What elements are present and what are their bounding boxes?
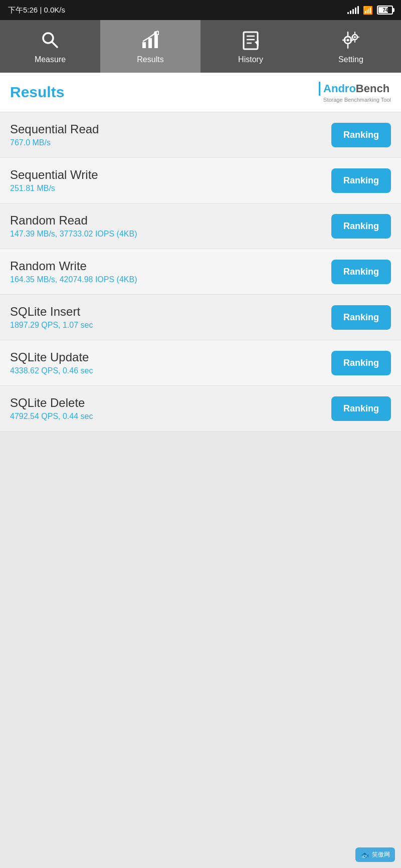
benchmark-value-sequential-write: 251.81 MB/s: [10, 184, 331, 193]
ranking-button-sqlite-delete[interactable]: Ranking: [331, 396, 391, 421]
benchmark-row: Sequential Write 251.81 MB/s Ranking: [0, 158, 401, 203]
wifi-icon: 📶: [363, 6, 373, 15]
benchmark-row: Random Write 164.35 MB/s, 42074.98 IOPS …: [0, 249, 401, 295]
status-icons: 📶 74: [347, 6, 393, 15]
benchmark-value-sequential-read: 767.0 MB/s: [10, 138, 331, 147]
tab-setting-label: Setting: [338, 55, 363, 64]
ranking-button-sequential-read[interactable]: Ranking: [331, 123, 391, 147]
tab-results[interactable]: Results: [100, 20, 200, 73]
benchmark-info-sqlite-insert: SQLite Insert 1897.29 QPS, 1.07 sec: [10, 305, 331, 330]
benchmark-info-random-read: Random Read 147.39 MB/s, 37733.02 IOPS (…: [10, 213, 331, 239]
benchmark-name-sequential-read: Sequential Read: [10, 122, 331, 136]
svg-line-6: [154, 31, 158, 32]
benchmark-list: Sequential Read 767.0 MB/s Ranking Seque…: [0, 112, 401, 431]
results-header: Results AndroBench Storage Benchmarking …: [0, 73, 401, 112]
ranking-button-sqlite-insert[interactable]: Ranking: [331, 305, 391, 330]
signal-icon: [347, 6, 359, 14]
ranking-button-sqlite-update[interactable]: Ranking: [331, 351, 391, 375]
ranking-button-sequential-write[interactable]: Ranking: [331, 168, 391, 193]
tab-results-label: Results: [137, 55, 163, 64]
benchmark-row: Random Read 147.39 MB/s, 37733.02 IOPS (…: [0, 203, 401, 249]
brand-name: AndroBench: [323, 82, 389, 95]
brand-subtitle: Storage Benchmarking Tool: [323, 97, 391, 103]
benchmark-name-sequential-write: Sequential Write: [10, 168, 331, 182]
page-title: Results: [10, 84, 64, 101]
benchmark-info-sqlite-update: SQLite Update 4338.62 QPS, 0.46 sec: [10, 350, 331, 375]
ranking-button-random-write[interactable]: Ranking: [331, 260, 391, 284]
svg-line-1: [52, 42, 57, 47]
network-speed: 0.0K/s: [44, 6, 65, 14]
benchmark-row: SQLite Update 4338.62 QPS, 0.46 sec Rank…: [0, 340, 401, 386]
benchmark-value-sqlite-update: 4338.62 QPS, 0.46 sec: [10, 366, 331, 375]
benchmark-row: SQLite Insert 1897.29 QPS, 1.07 sec Rank…: [0, 295, 401, 340]
results-icon: [139, 29, 161, 51]
brand-logo: AndroBench Storage Benchmarking Tool: [319, 82, 391, 103]
benchmark-value-sqlite-delete: 4792.54 QPS, 0.44 sec: [10, 412, 331, 421]
history-icon: [240, 29, 262, 51]
bottom-area: [0, 431, 401, 632]
benchmark-value-random-read: 147.39 MB/s, 37733.02 IOPS (4KB): [10, 230, 331, 239]
svg-rect-3: [148, 38, 152, 48]
status-time: 下午5:26 | 0.0K/s: [8, 6, 65, 15]
status-bar: 下午5:26 | 0.0K/s 📶 74: [0, 0, 401, 20]
benchmark-value-sqlite-insert: 1897.29 QPS, 1.07 sec: [10, 321, 331, 330]
tab-measure-label: Measure: [35, 55, 66, 64]
svg-rect-2: [142, 42, 146, 48]
benchmark-name-random-read: Random Read: [10, 213, 331, 228]
benchmark-name-random-write: Random Write: [10, 259, 331, 273]
tab-history[interactable]: History: [200, 20, 301, 73]
svg-point-14: [347, 39, 349, 41]
benchmark-info-sequential-read: Sequential Read 767.0 MB/s: [10, 122, 331, 147]
benchmark-info-random-write: Random Write 164.35 MB/s, 42074.98 IOPS …: [10, 259, 331, 284]
benchmark-name-sqlite-delete: SQLite Delete: [10, 396, 331, 410]
ranking-button-random-read[interactable]: Ranking: [331, 214, 391, 239]
svg-rect-4: [154, 34, 158, 48]
watermark: 🐟 笑傲网: [355, 847, 395, 862]
benchmark-name-sqlite-update: SQLite Update: [10, 350, 331, 364]
benchmark-value-random-write: 164.35 MB/s, 42074.98 IOPS (4KB): [10, 275, 331, 284]
benchmark-row: SQLite Delete 4792.54 QPS, 0.44 sec Rank…: [0, 386, 401, 431]
measure-icon: [39, 29, 61, 51]
tab-history-label: History: [238, 55, 263, 64]
benchmark-info-sqlite-delete: SQLite Delete 4792.54 QPS, 0.44 sec: [10, 396, 331, 421]
battery-level: 74: [378, 8, 392, 13]
benchmark-row: Sequential Read 767.0 MB/s Ranking: [0, 112, 401, 158]
watermark-label: 笑傲网: [372, 850, 390, 859]
battery-icon: 74: [377, 6, 393, 15]
tab-measure[interactable]: Measure: [0, 20, 100, 73]
watermark-fish-icon: 🐟: [360, 851, 369, 859]
benchmark-info-sequential-write: Sequential Write 251.81 MB/s: [10, 168, 331, 193]
brand-separator: [319, 82, 320, 96]
setting-icon: [340, 29, 362, 51]
svg-marker-12: [255, 40, 259, 46]
benchmark-name-sqlite-insert: SQLite Insert: [10, 305, 331, 319]
nav-tabs: Measure Results Histor: [0, 20, 401, 73]
time-display: 下午5:26: [8, 6, 38, 14]
tab-setting[interactable]: Setting: [301, 20, 401, 73]
svg-point-16: [354, 36, 356, 38]
svg-rect-8: [244, 32, 258, 49]
